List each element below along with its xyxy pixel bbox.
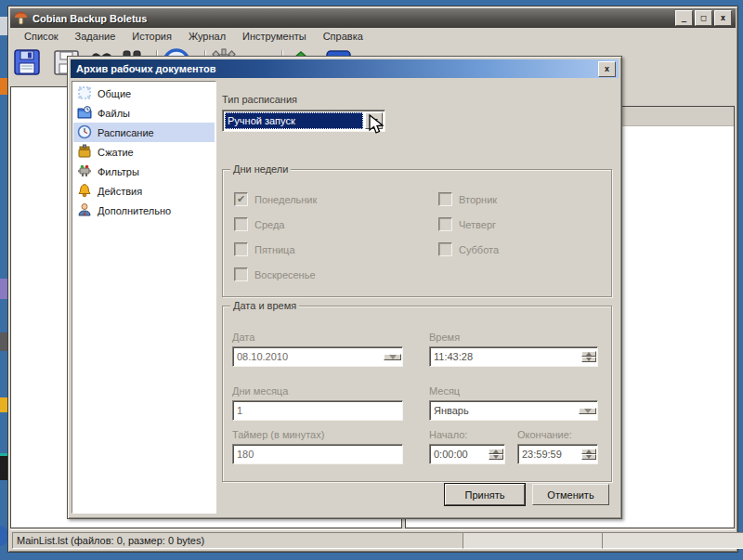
desktop-icon-fragment (0, 78, 7, 95)
desktop: Cobian Backup Boletus _ □ x Список Задан… (0, 0, 743, 560)
schedule-type-combo[interactable]: Ручной запуск (222, 110, 385, 132)
window-titlebar[interactable]: Cobian Backup Boletus _ □ x (10, 8, 736, 28)
menu-help[interactable]: Справка (315, 29, 372, 44)
status-bar: MainList.lst (файлов: 0, размер: 0 bytes… (10, 529, 736, 550)
checkbox-label: Среда (254, 219, 284, 230)
status-panel-2 (463, 532, 605, 549)
schedule-icon (77, 124, 92, 141)
end-spinner[interactable]: 23:59:59 (517, 444, 598, 464)
save-list-icon[interactable] (12, 46, 44, 78)
mouse-cursor (368, 114, 388, 138)
desktop-icon-fragment (0, 397, 7, 412)
spinner-buttons[interactable] (581, 351, 596, 362)
time-spinner[interactable]: 11:43:28 (429, 346, 598, 367)
maximize-button[interactable]: □ (695, 10, 712, 26)
monthdays-label: Дни месяца (232, 385, 288, 397)
start-spinner[interactable]: 0:00:00 (429, 444, 505, 464)
sidebar-item-filters[interactable]: Фильтры (73, 162, 215, 181)
combo-dropdown-button[interactable] (579, 408, 596, 414)
cancel-button-label: Отменить (547, 489, 593, 501)
checkbox-wednesday[interactable]: ✔ (234, 217, 248, 231)
monthdays-value: 1 (233, 405, 402, 416)
files-icon (77, 105, 92, 122)
menu-list[interactable]: Список (16, 29, 67, 44)
end-value: 23:59:59 (518, 449, 581, 460)
close-button[interactable]: x (714, 10, 732, 26)
start-value: 0:00:00 (430, 449, 489, 460)
status-text: MainList.lst (файлов: 0, размер: 0 bytes… (17, 535, 204, 546)
start-label: Начало: (429, 429, 467, 440)
sidebar-item-advanced[interactable]: Дополнительно (73, 201, 215, 220)
checkbox-label: Вторник (459, 194, 497, 205)
timer-value: 180 (233, 449, 402, 460)
accept-button-label: Принять (465, 489, 505, 501)
date-label: Дата (232, 332, 254, 343)
checkbox-label: Пятница (254, 244, 295, 255)
sidebar-item-label: Файлы (98, 108, 130, 119)
dialog-close-button[interactable]: x (598, 61, 616, 77)
desktop-icon-fragment (0, 279, 7, 299)
actions-icon (77, 183, 92, 200)
datetime-group-title: Дата и время (230, 300, 299, 311)
advanced-icon (77, 202, 92, 219)
checkbox-label: Суббота (459, 244, 499, 255)
time-label: Время (429, 332, 460, 343)
app-icon (14, 11, 28, 25)
date-combo[interactable]: 08.10.2010 (232, 346, 403, 367)
dialog-title: Архив рабочих документов (76, 63, 215, 74)
checkbox-saturday[interactable]: ✔ (438, 242, 452, 256)
datetime-group: Дата и время Дата 08.10.2010 Время 11:43… (222, 306, 612, 482)
status-panel-3 (602, 532, 743, 549)
spinner-buttons[interactable] (581, 449, 596, 460)
checkbox-thursday[interactable]: ✔ (438, 217, 452, 231)
checkbox-tuesday[interactable]: ✔ (438, 192, 452, 206)
dialog-titlebar[interactable]: Архив рабочих документов x (71, 59, 619, 78)
month-label: Месяц (429, 385, 460, 397)
menu-history[interactable]: История (124, 29, 180, 44)
date-value: 08.10.2010 (233, 351, 384, 362)
sidebar-item-label: Сжатие (98, 147, 134, 158)
spin-down-icon (581, 454, 596, 460)
month-combo[interactable]: Январь (429, 400, 598, 421)
sidebar-item-compression[interactable]: Сжатие (73, 142, 215, 162)
accept-button[interactable]: Принять (445, 484, 525, 505)
check-icon: ✔ (237, 194, 245, 204)
menu-log[interactable]: Журнал (180, 29, 234, 44)
checkbox-monday[interactable]: ✔ (234, 192, 248, 206)
end-label: Окончание: (517, 429, 572, 440)
combo-dropdown-button[interactable] (384, 354, 401, 360)
sidebar-item-files[interactable]: Файлы (73, 103, 215, 123)
desktop-icon-fragment (0, 17, 7, 35)
timer-label: Таймер (в минутах) (232, 429, 324, 440)
menu-bar: Список Задание История Журнал Инструмент… (10, 28, 736, 45)
weekdays-group-title: Дни недели (230, 163, 291, 175)
spinner-buttons[interactable] (489, 449, 503, 460)
window-title: Cobian Backup Boletus (33, 13, 147, 24)
sidebar-item-general[interactable]: Общие (73, 84, 215, 103)
dialog-sidebar: Общие Файлы Расписание Сжатие Фильтры Де… (72, 81, 216, 514)
minimize-button[interactable]: _ (675, 10, 693, 26)
dialog-content: Тип расписания Ручной запуск Дни недели … (215, 81, 617, 514)
sidebar-item-schedule[interactable]: Расписание (73, 123, 215, 142)
checkbox-friday[interactable]: ✔ (234, 242, 248, 256)
menu-task[interactable]: Задание (67, 29, 124, 44)
monthdays-input[interactable]: 1 (232, 400, 403, 421)
sidebar-item-label: Дополнительно (98, 205, 171, 216)
menu-tools[interactable]: Инструменты (234, 29, 315, 44)
sidebar-item-label: Действия (98, 186, 142, 197)
compression-icon (77, 144, 92, 161)
timer-input[interactable]: 180 (232, 444, 403, 464)
time-value: 11:43:28 (430, 351, 581, 362)
checkbox-label: Понедельник (254, 194, 317, 205)
sidebar-item-actions[interactable]: Действия (73, 181, 215, 201)
sidebar-item-label: Расписание (98, 127, 154, 138)
desktop-icon-fragment (0, 332, 7, 351)
sidebar-item-label: Общие (98, 88, 131, 99)
checkbox-label: Четверг (459, 219, 496, 230)
cancel-button[interactable]: Отменить (532, 484, 609, 505)
schedule-type-label: Тип расписания (222, 94, 297, 105)
general-icon (77, 85, 92, 102)
task-properties-dialog: Архив рабочих документов x Общие Файлы Р… (67, 56, 622, 519)
weekdays-group: Дни недели ✔ Понедельник ✔ Вторник ✔ Сре… (222, 169, 612, 297)
checkbox-sunday[interactable]: ✔ (234, 267, 248, 281)
